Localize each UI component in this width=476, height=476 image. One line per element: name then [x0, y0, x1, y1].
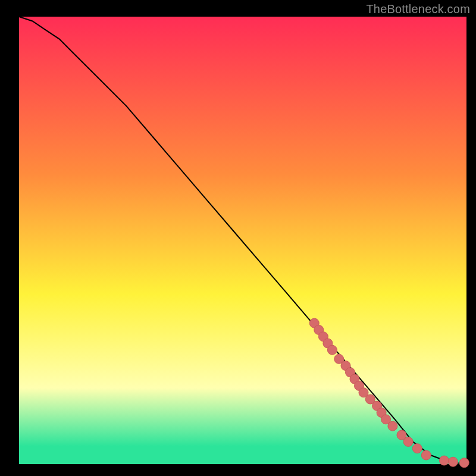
attribution-text: TheBottleneck.com: [366, 2, 470, 16]
scatter-dot: [421, 450, 431, 460]
plot-gradient: [19, 17, 466, 464]
scatter-dot: [388, 421, 397, 431]
scatter-dot: [439, 456, 449, 465]
chart-svg: [0, 0, 476, 476]
scatter-dot: [327, 345, 337, 355]
scatter-dot: [459, 458, 469, 468]
chart-root: { "attribution": "TheBottleneck.com", "c…: [0, 0, 476, 476]
scatter-dot: [448, 457, 458, 466]
scatter-dot: [412, 444, 422, 453]
scatter-dot: [403, 437, 413, 446]
